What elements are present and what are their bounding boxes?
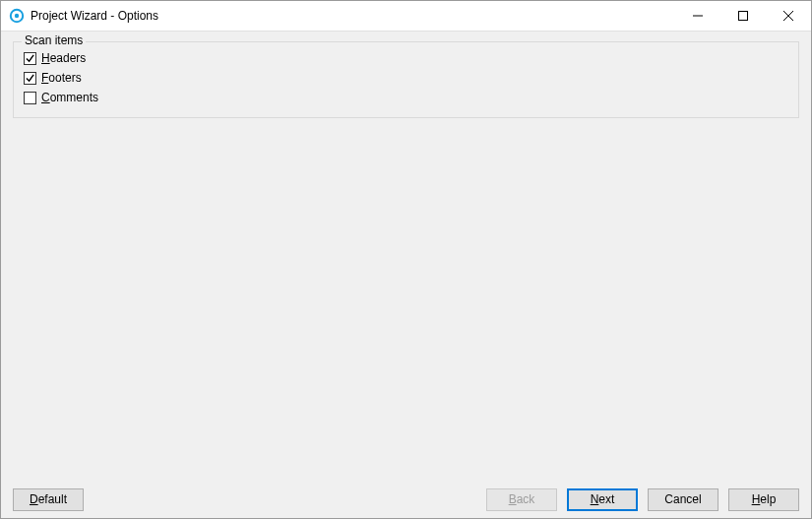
svg-rect-3 [739,12,748,21]
button-bar: Default Back Next Cancel Help [1,481,811,518]
close-button[interactable] [766,1,811,31]
scan-items-group: Scan items Headers Footers [13,41,799,118]
footers-label: Footers [41,71,82,85]
maximize-button[interactable] [720,1,766,31]
comments-checkbox[interactable] [24,92,36,104]
comments-checkbox-row[interactable]: Comments [24,89,98,106]
back-button[interactable]: Back [486,488,557,511]
client-area: Scan items Headers Footers [1,32,811,518]
headers-checkbox[interactable] [24,52,36,65]
app-icon [9,8,25,24]
scan-items-legend: Scan items [22,33,86,47]
cancel-button[interactable]: Cancel [648,488,718,511]
headers-checkbox-row[interactable]: Headers [24,49,98,67]
headers-label: Headers [41,51,86,65]
titlebar: Project Wizard - Options [1,1,811,32]
footers-checkbox-row[interactable]: Footers [24,69,98,87]
minimize-button[interactable] [675,1,720,31]
default-button[interactable]: Default [13,488,84,511]
footers-checkbox[interactable] [24,72,36,85]
next-button[interactable]: Next [567,488,638,511]
comments-label: Comments [41,91,98,104]
window-title: Project Wizard - Options [31,9,158,23]
help-button[interactable]: Help [728,488,799,511]
window-root: Project Wizard - Options Scan items [0,0,812,519]
svg-point-1 [15,14,19,18]
